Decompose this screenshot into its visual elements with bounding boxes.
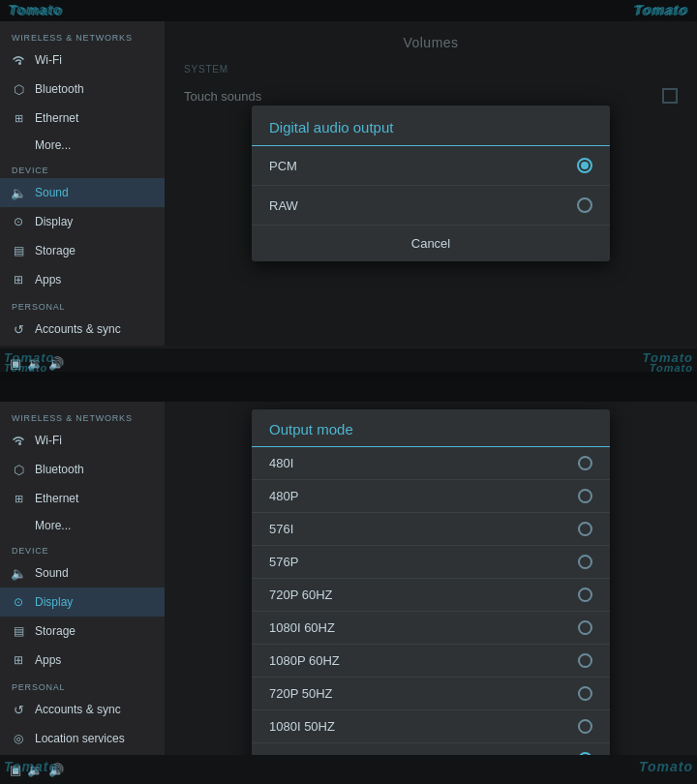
dialog-option-pcm[interactable]: PCM: [252, 146, 610, 186]
sidebar-item-more-top[interactable]: More...: [0, 133, 165, 158]
dialog-option-raw[interactable]: RAW: [252, 186, 610, 226]
wifi-icon: [10, 51, 27, 69]
option-label: 1080I 50HZ: [269, 719, 335, 734]
radio-1080i60[interactable]: [578, 620, 592, 635]
option-1080p50[interactable]: 1080P 50HZ: [252, 743, 610, 755]
main-content-top: Volumes SYSTEM Touch sounds Digital audi…: [165, 21, 697, 346]
radio-1080i50[interactable]: [578, 719, 592, 734]
option-480p[interactable]: 480P: [252, 480, 610, 513]
sidebar-item-display-bot[interactable]: ⊙ Display: [0, 588, 165, 617]
section-label-device-top: DEVICE: [0, 158, 165, 178]
display-icon: ⊙: [10, 213, 27, 230]
sidebar-label: Wi-Fi: [35, 434, 62, 447]
section-label-personal-bot: PERSONAL: [0, 675, 165, 695]
sidebar-item-storage-top[interactable]: ▤ Storage: [0, 236, 165, 265]
half-divider: [0, 372, 697, 382]
bluetooth-icon: ⬡: [10, 80, 27, 98]
option-label: 576P: [269, 555, 298, 569]
sidebar-item-apps-top[interactable]: ⊞ Apps: [0, 265, 165, 294]
radio-576p[interactable]: [578, 555, 592, 569]
option-576p[interactable]: 576P: [252, 546, 610, 579]
storage-icon: ▤: [10, 242, 27, 259]
apps-icon-bot: ⊞: [10, 651, 27, 669]
sidebar-item-display-top[interactable]: ⊙ Display: [0, 207, 165, 236]
sidebar-item-location-bot[interactable]: ◎ Location services: [0, 724, 165, 753]
digital-audio-dialog: Digital audio output PCM RAW Cancel: [252, 106, 610, 261]
option-720p60[interactable]: 720P 60HZ: [252, 579, 610, 612]
pcm-radio[interactable]: [577, 158, 592, 173]
section-label-wireless-bot: WIRELESS & NETWORKS: [0, 406, 165, 426]
section-label-device-bot: DEVICE: [0, 538, 165, 558]
radio-1080p60[interactable]: [578, 653, 592, 668]
sidebar-label: Storage: [35, 624, 76, 638]
radio-720p50[interactable]: [578, 686, 592, 701]
wifi-icon-bot: [10, 432, 27, 449]
sync-icon-bot: ↺: [10, 701, 27, 718]
sidebar-item-wifi-bot[interactable]: Wi-Fi: [0, 426, 165, 455]
option-1080i60[interactable]: 1080I 60HZ: [252, 612, 610, 645]
sidebar-label: Display: [35, 215, 73, 228]
sidebar-label: Sound: [35, 566, 69, 580]
option-label: 480P: [269, 489, 298, 503]
sidebar-item-sound-bot[interactable]: 🔈 Sound: [0, 558, 165, 588]
sidebar-label: Accounts & sync: [35, 322, 121, 336]
sidebar-item-bluetooth-top[interactable]: ⬡ Bluetooth: [0, 75, 165, 104]
sound-icon-bot: 🔈: [10, 564, 27, 582]
option-480i[interactable]: 480I: [252, 447, 610, 480]
option-label: 720P 50HZ: [269, 686, 333, 701]
dialog-cancel-top[interactable]: Cancel: [252, 226, 610, 261]
location-icon-bot: ◎: [10, 730, 27, 747]
radio-576i[interactable]: [578, 522, 592, 536]
sidebar-item-sound-top[interactable]: 🔈 Sound: [0, 178, 165, 207]
option-label: 480I: [269, 456, 293, 470]
sidebar-label: Wi-Fi: [35, 53, 62, 67]
option-label: 1080P 60HZ: [269, 653, 340, 668]
sidebar-label: Bluetooth: [35, 463, 84, 476]
radio-480i[interactable]: [578, 456, 592, 470]
display-icon-bot: ⊙: [10, 593, 27, 611]
output-mode-dialog: Output mode 480I 480P 576I: [252, 409, 610, 755]
sidebar-label: Apps: [35, 653, 61, 667]
apps-icon: ⊞: [10, 271, 27, 288]
digital-audio-dialog-overlay: Digital audio output PCM RAW Cancel: [165, 21, 697, 346]
dialog-title-digital: Digital audio output: [252, 106, 610, 146]
wm-top-left: Tomato: [8, 2, 62, 17]
raw-label: RAW: [269, 198, 298, 213]
sidebar-item-ethernet-top[interactable]: ⊞ Ethernet: [0, 104, 165, 133]
sidebar-item-storage-bot[interactable]: ▤ Storage: [0, 617, 165, 646]
sidebar-label: Location services: [35, 732, 125, 745]
sidebar-item-accounts-bot[interactable]: ↺ Accounts & sync: [0, 695, 165, 724]
logo-bar-bottom: [0, 382, 697, 402]
sidebar-label: Display: [35, 595, 73, 609]
option-label: 576I: [269, 522, 293, 536]
sidebar-label: Accounts & sync: [35, 703, 121, 716]
main-content-bottom: Output mode 480I 480P 576I: [165, 402, 697, 755]
sidebar-label: Ethernet: [35, 492, 78, 505]
wm-bot-left: Tomato: [4, 759, 58, 774]
ethernet-icon-bot: ⊞: [10, 490, 27, 507]
sidebar-top: WIRELESS & NETWORKS Wi-Fi ⬡ Bluetooth ⊞ …: [0, 21, 165, 346]
option-576i[interactable]: 576I: [252, 513, 610, 546]
dialog-title-output: Output mode: [252, 409, 610, 447]
sidebar-item-location-top[interactable]: ◎ Location services: [0, 344, 165, 346]
sidebar-label: More...: [35, 138, 71, 152]
radio-480p[interactable]: [578, 489, 592, 503]
sidebar-label: Storage: [35, 244, 76, 257]
sidebar-item-ethernet-bot[interactable]: ⊞ Ethernet: [0, 484, 165, 513]
option-720p50[interactable]: 720P 50HZ: [252, 678, 610, 710]
option-1080p60[interactable]: 1080P 60HZ: [252, 645, 610, 678]
sidebar-label: Sound: [35, 186, 69, 199]
sidebar-item-more-bot[interactable]: More...: [0, 513, 165, 538]
option-label: 1080I 60HZ: [269, 620, 335, 635]
logo-bar-top: Tomato Tomato: [0, 0, 697, 21]
storage-icon-bot: ▤: [10, 622, 27, 640]
option-1080i50[interactable]: 1080I 50HZ: [252, 710, 610, 743]
sidebar-item-apps-bot[interactable]: ⊞ Apps: [0, 646, 165, 675]
wm-bot-right: Tomato: [639, 759, 693, 774]
sidebar-item-accounts-top[interactable]: ↺ Accounts & sync: [0, 315, 165, 344]
raw-radio[interactable]: [577, 197, 592, 213]
sidebar-item-bluetooth-bot[interactable]: ⬡ Bluetooth: [0, 455, 165, 484]
radio-720p60[interactable]: [578, 588, 592, 602]
option-label: 720P 60HZ: [269, 588, 333, 602]
sidebar-item-wifi-top[interactable]: Wi-Fi: [0, 45, 165, 75]
